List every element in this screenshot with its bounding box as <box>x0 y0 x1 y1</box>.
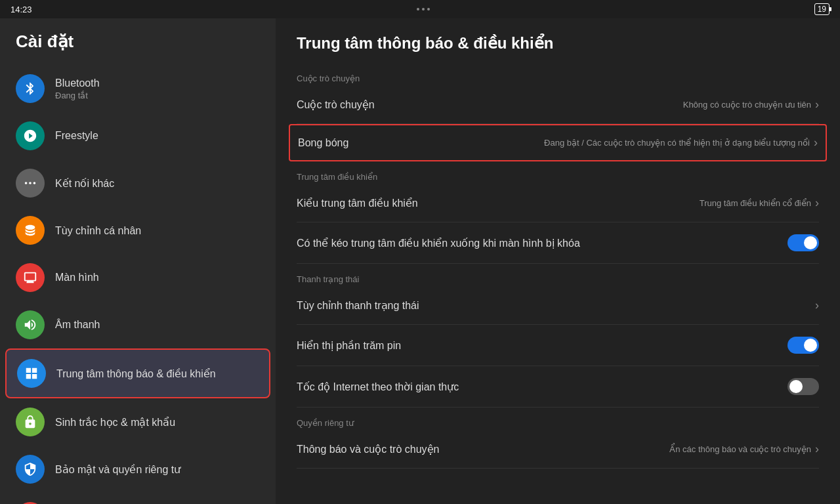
dot-1 <box>417 8 419 10</box>
sinh-trac-hoc-icon <box>16 408 45 436</box>
section-header-1: Trung tâm điều khiển <box>297 167 819 184</box>
content-sections: Cuộc trò chuyệnCuộc trò chuyệnKhông có c… <box>297 68 819 469</box>
sinh-trac-hoc-label: Sinh trắc học & mật khẩu <box>55 416 260 429</box>
battery-indicator: 19 <box>814 3 830 15</box>
freestyle-content: Freestyle <box>55 130 260 142</box>
setting-row-cuoc-tro-chuyen[interactable]: Cuộc trò chuyệnKhông có cuộc trò chuyện … <box>297 86 819 124</box>
bao-mat-icon <box>16 455 45 484</box>
trung-tam-label: Trung tâm thông báo & điều khiển <box>56 368 259 380</box>
sidebar-title: Cài đặt <box>0 32 276 65</box>
toggle-hien-thi-pin[interactable] <box>788 337 819 354</box>
main-layout: Cài đặt BluetoothĐang tắtFreestyleKết nố… <box>0 18 840 504</box>
sidebar-item-freestyle[interactable]: Freestyle <box>0 112 276 159</box>
sidebar-item-an-toan[interactable]: An toàn và khẩn cấp <box>0 493 276 504</box>
bluetooth-status: Đang tắt <box>55 91 260 100</box>
trung-tam-content: Trung tâm thông báo & điều khiển <box>56 368 259 380</box>
setting-row-keo-xuong[interactable]: Có thể kéo trung tâm điều khiển xuống kh… <box>297 222 819 264</box>
chevron-icon-tuy-chinh-thanh: › <box>815 299 819 312</box>
sidebar-item-tuy-chinh[interactable]: Tùy chỉnh cá nhân <box>0 207 276 254</box>
section-header-2: Thanh trạng thái <box>297 269 819 287</box>
sidebar: Cài đặt BluetoothĐang tắtFreestyleKết nố… <box>0 18 276 504</box>
bluetooth-icon <box>16 74 45 103</box>
section-header-0: Cuộc trò chuyện <box>297 68 819 86</box>
sidebar-item-bao-mat[interactable]: Bảo mật và quyền riêng tư <box>0 446 276 493</box>
setting-label-an-thong-bao: Thông báo và cuộc trò chuyện <box>297 443 669 455</box>
chevron-icon-kieu-trung-tam: › <box>815 196 819 210</box>
svg-point-0 <box>25 182 28 184</box>
setting-row-an-thong-bao[interactable]: Thông báo và cuộc trò chuyệnẨn các thông… <box>297 430 819 469</box>
setting-value-cuoc-tro-chuyen: Không có cuộc trò chuyện ưu tiên <box>683 100 811 110</box>
toggle-keo-xuong[interactable] <box>788 234 819 251</box>
toggle-toc-do-internet[interactable] <box>788 378 819 395</box>
setting-label-tuy-chinh-thanh: Tùy chỉnh thanh trạng thái <box>297 299 815 312</box>
bao-mat-content: Bảo mật và quyền riêng tư <box>55 463 260 476</box>
battery-fill <box>830 7 831 11</box>
am-thanh-label: Âm thanh <box>55 319 260 331</box>
tuy-chinh-content: Tùy chỉnh cá nhân <box>55 224 260 237</box>
tuy-chinh-label: Tùy chỉnh cá nhân <box>55 224 260 237</box>
freestyle-icon <box>16 121 45 150</box>
status-right: 19 <box>814 3 830 15</box>
sidebar-item-sinh-trac-hoc[interactable]: Sinh trắc học & mật khẩu <box>0 398 276 446</box>
svg-point-1 <box>29 182 32 184</box>
setting-row-tuy-chinh-thanh[interactable]: Tùy chỉnh thanh trạng thái› <box>297 287 819 325</box>
am-thanh-content: Âm thanh <box>55 319 260 331</box>
dot-2 <box>422 8 425 10</box>
setting-row-bong-bong[interactable]: Bong bóngĐang bật / Các cuộc trò chuyện … <box>289 124 827 161</box>
ket-noi-khac-content: Kết nối khác <box>55 177 260 190</box>
svg-point-2 <box>33 182 36 184</box>
toggle-knob-keo-xuong <box>804 236 817 249</box>
setting-value-kieu-trung-tam: Trung tâm điều khiển cổ điển <box>700 198 811 208</box>
toggle-knob-hien-thi-pin <box>804 339 817 352</box>
setting-row-hien-thi-pin[interactable]: Hiển thị phần trăm pin <box>297 325 819 366</box>
sidebar-item-bluetooth[interactable]: BluetoothĐang tắt <box>0 65 276 112</box>
ket-noi-khac-label: Kết nối khác <box>55 177 260 190</box>
bluetooth-label: Bluetooth <box>55 77 260 89</box>
chevron-icon-cuoc-tro-chuyen: › <box>815 98 819 112</box>
sinh-trac-hoc-content: Sinh trắc học & mật khẩu <box>55 416 260 429</box>
status-bar: 14:23 19 <box>0 0 840 18</box>
ket-noi-khac-icon <box>16 169 45 198</box>
setting-row-toc-do-internet[interactable]: Tốc độ Internet theo thời gian thực <box>297 366 819 408</box>
setting-label-hien-thi-pin: Hiển thị phần trăm pin <box>297 339 788 352</box>
sidebar-item-am-thanh[interactable]: Âm thanh <box>0 301 276 348</box>
bao-mat-label: Bảo mật và quyền riêng tư <box>55 463 260 476</box>
sidebar-item-ket-noi-khac[interactable]: Kết nối khác <box>0 159 276 207</box>
content-area: Trung tâm thông báo & điều khiển Cuộc tr… <box>276 18 840 504</box>
setting-label-bong-bong: Bong bóng <box>298 137 544 149</box>
freestyle-label: Freestyle <box>55 130 260 142</box>
sidebar-item-trung-tam[interactable]: Trung tâm thông báo & điều khiển <box>5 348 270 398</box>
man-hinh-icon <box>16 263 45 292</box>
man-hinh-label: Màn hình <box>55 272 260 284</box>
setting-label-kieu-trung-tam: Kiểu trung tâm điều khiển <box>297 197 700 209</box>
sidebar-items-container: BluetoothĐang tắtFreestyleKết nối khácTù… <box>0 65 276 504</box>
sidebar-item-man-hinh[interactable]: Màn hình <box>0 254 276 301</box>
dot-3 <box>427 8 430 10</box>
status-dots <box>417 8 430 10</box>
chevron-icon-bong-bong: › <box>814 136 818 150</box>
toggle-knob-toc-do-internet <box>789 380 803 393</box>
setting-label-keo-xuong: Có thể kéo trung tâm điều khiển xuống kh… <box>297 237 788 249</box>
man-hinh-content: Màn hình <box>55 272 260 284</box>
bluetooth-content: BluetoothĐang tắt <box>55 77 260 100</box>
status-time: 14:23 <box>10 5 32 14</box>
setting-value-an-thong-bao: Ẩn các thông báo và cuộc trò chuyện <box>669 444 811 454</box>
setting-label-toc-do-internet: Tốc độ Internet theo thời gian thực <box>297 381 788 393</box>
section-header-3: Quyền riêng tư <box>297 413 819 430</box>
setting-row-kieu-trung-tam[interactable]: Kiểu trung tâm điều khiểnTrung tâm điều … <box>297 184 819 222</box>
tuy-chinh-icon <box>16 216 45 245</box>
setting-value-bong-bong: Đang bật / Các cuộc trò chuyện có thể hi… <box>544 138 810 148</box>
chevron-icon-an-thong-bao: › <box>815 442 819 456</box>
am-thanh-icon <box>16 310 45 339</box>
setting-label-cuoc-tro-chuyen: Cuộc trò chuyện <box>297 98 683 111</box>
content-title: Trung tâm thông báo & điều khiển <box>297 34 819 52</box>
trung-tam-icon <box>17 359 46 388</box>
